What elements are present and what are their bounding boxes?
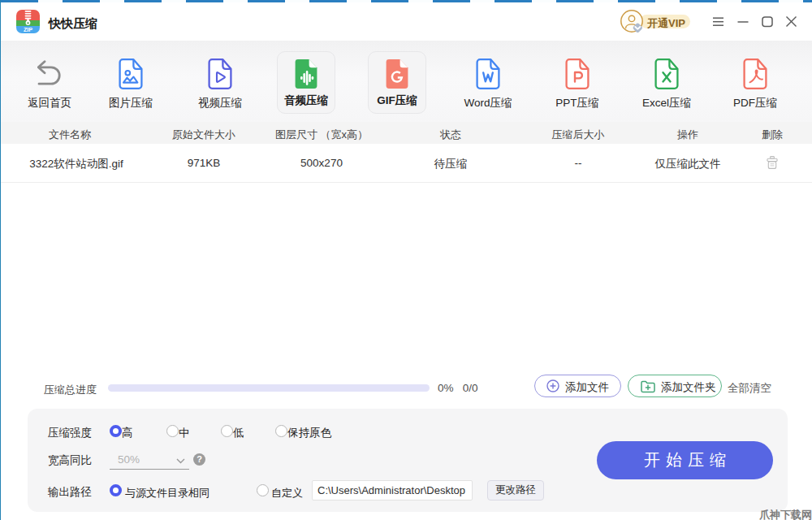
svg-text:ZIP: ZIP — [24, 26, 32, 33]
